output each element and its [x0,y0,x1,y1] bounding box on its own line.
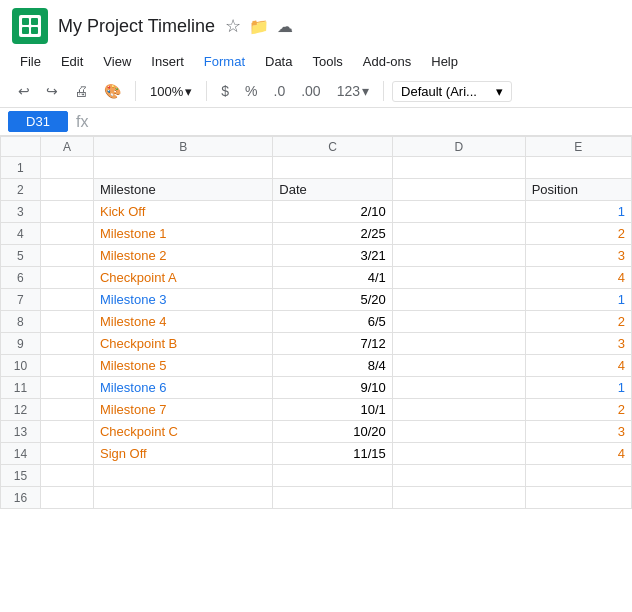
menu-format[interactable]: Format [196,50,253,73]
row-header-10[interactable]: 10 [1,355,41,377]
cell-9-B[interactable]: Checkpoint B [93,333,272,355]
cell-10-D[interactable] [392,355,525,377]
cell-1-D[interactable] [392,157,525,179]
col-header-c[interactable]: C [273,137,393,157]
cell-16-A[interactable] [40,487,93,509]
cell-2-E[interactable]: Position [525,179,631,201]
cell-13-C[interactable]: 10/20 [273,421,393,443]
cell-7-A[interactable] [40,289,93,311]
cell-8-E[interactable]: 2 [525,311,631,333]
menu-insert[interactable]: Insert [143,50,192,73]
cell-14-E[interactable]: 4 [525,443,631,465]
cell-3-D[interactable] [392,201,525,223]
row-header-5[interactable]: 5 [1,245,41,267]
row-header-8[interactable]: 8 [1,311,41,333]
row-header-13[interactable]: 13 [1,421,41,443]
cell-9-A[interactable] [40,333,93,355]
cell-11-B[interactable]: Milestone 6 [93,377,272,399]
cell-9-E[interactable]: 3 [525,333,631,355]
menu-data[interactable]: Data [257,50,300,73]
zoom-selector[interactable]: 100% ▾ [144,82,198,101]
cell-16-B[interactable] [93,487,272,509]
cell-6-B[interactable]: Checkpoint A [93,267,272,289]
cell-14-B[interactable]: Sign Off [93,443,272,465]
cell-3-E[interactable]: 1 [525,201,631,223]
cell-13-A[interactable] [40,421,93,443]
col-header-e[interactable]: E [525,137,631,157]
cell-5-B[interactable]: Milestone 2 [93,245,272,267]
cell-15-D[interactable] [392,465,525,487]
cell-8-B[interactable]: Milestone 4 [93,311,272,333]
cell-12-E[interactable]: 2 [525,399,631,421]
cell-6-D[interactable] [392,267,525,289]
cell-13-B[interactable]: Checkpoint C [93,421,272,443]
cell-1-B[interactable] [93,157,272,179]
row-header-1[interactable]: 1 [1,157,41,179]
decimal00-button[interactable]: .00 [295,79,326,103]
cell-7-C[interactable]: 5/20 [273,289,393,311]
cell-1-E[interactable] [525,157,631,179]
cell-reference[interactable]: D31 [8,111,68,132]
cell-6-A[interactable] [40,267,93,289]
cell-2-D[interactable] [392,179,525,201]
cell-1-A[interactable] [40,157,93,179]
paint-format-button[interactable]: 🎨 [98,79,127,103]
row-header-16[interactable]: 16 [1,487,41,509]
folder-icon[interactable]: 📁 [249,17,269,36]
cell-8-D[interactable] [392,311,525,333]
cell-2-B[interactable]: Milestone [93,179,272,201]
font-selector[interactable]: Default (Ari... ▾ [392,81,512,102]
cell-6-E[interactable]: 4 [525,267,631,289]
cell-13-D[interactable] [392,421,525,443]
cloud-icon[interactable]: ☁ [277,17,293,36]
cell-2-A[interactable] [40,179,93,201]
cell-13-E[interactable]: 3 [525,421,631,443]
row-header-15[interactable]: 15 [1,465,41,487]
cell-3-B[interactable]: Kick Off [93,201,272,223]
cell-1-C[interactable] [273,157,393,179]
row-header-14[interactable]: 14 [1,443,41,465]
cell-11-E[interactable]: 1 [525,377,631,399]
row-header-2[interactable]: 2 [1,179,41,201]
cell-7-B[interactable]: Milestone 3 [93,289,272,311]
row-header-7[interactable]: 7 [1,289,41,311]
cell-5-A[interactable] [40,245,93,267]
cell-15-E[interactable] [525,465,631,487]
cell-16-D[interactable] [392,487,525,509]
row-header-11[interactable]: 11 [1,377,41,399]
undo-button[interactable]: ↩ [12,79,36,103]
cell-5-D[interactable] [392,245,525,267]
cell-14-C[interactable]: 11/15 [273,443,393,465]
currency-button[interactable]: $ [215,79,235,103]
cell-4-C[interactable]: 2/25 [273,223,393,245]
cell-15-A[interactable] [40,465,93,487]
menu-help[interactable]: Help [423,50,466,73]
menu-edit[interactable]: Edit [53,50,91,73]
row-header-6[interactable]: 6 [1,267,41,289]
menu-view[interactable]: View [95,50,139,73]
cell-5-C[interactable]: 3/21 [273,245,393,267]
cell-14-A[interactable] [40,443,93,465]
cell-11-A[interactable] [40,377,93,399]
cell-10-E[interactable]: 4 [525,355,631,377]
redo-button[interactable]: ↪ [40,79,64,103]
row-header-12[interactable]: 12 [1,399,41,421]
cell-8-A[interactable] [40,311,93,333]
percent-button[interactable]: % [239,79,263,103]
star-icon[interactable]: ☆ [225,15,241,37]
cell-5-E[interactable]: 3 [525,245,631,267]
cell-9-D[interactable] [392,333,525,355]
cell-10-C[interactable]: 8/4 [273,355,393,377]
col-header-b[interactable]: B [93,137,272,157]
print-button[interactable]: 🖨 [68,79,94,103]
cell-7-D[interactable] [392,289,525,311]
cell-9-C[interactable]: 7/12 [273,333,393,355]
cell-15-C[interactable] [273,465,393,487]
row-header-3[interactable]: 3 [1,201,41,223]
col-header-d[interactable]: D [392,137,525,157]
more-formats-button[interactable]: 123 ▾ [331,79,375,103]
cell-16-E[interactable] [525,487,631,509]
cell-3-A[interactable] [40,201,93,223]
cell-4-A[interactable] [40,223,93,245]
cell-16-C[interactable] [273,487,393,509]
